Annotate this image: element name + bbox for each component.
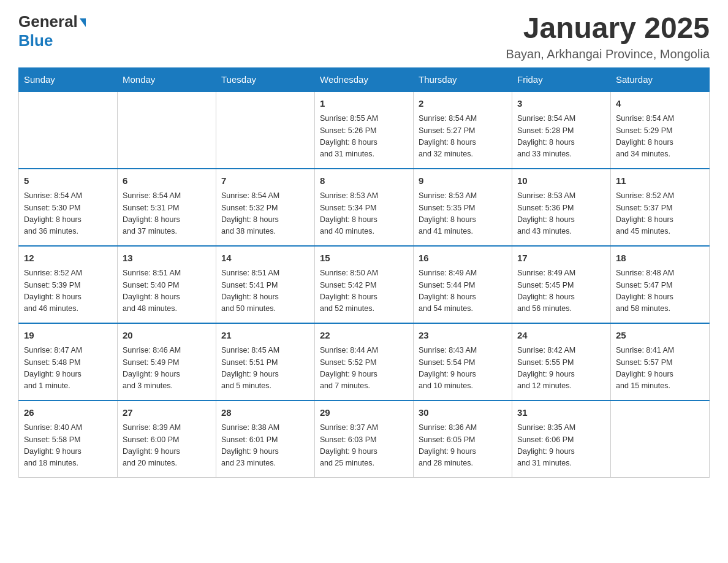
calendar-cell: 21Sunrise: 8:45 AM Sunset: 5:51 PM Dayli… bbox=[216, 323, 315, 400]
day-number: 6 bbox=[123, 174, 211, 188]
calendar-cell: 22Sunrise: 8:44 AM Sunset: 5:52 PM Dayli… bbox=[315, 323, 414, 400]
day-number: 31 bbox=[517, 406, 605, 420]
day-info: Sunrise: 8:52 AM Sunset: 5:39 PM Dayligh… bbox=[24, 267, 112, 315]
calendar-cell bbox=[118, 91, 216, 169]
calendar-cell bbox=[611, 400, 710, 478]
calendar-cell: 10Sunrise: 8:53 AM Sunset: 5:36 PM Dayli… bbox=[512, 169, 611, 246]
day-info: Sunrise: 8:37 AM Sunset: 6:03 PM Dayligh… bbox=[320, 422, 408, 470]
header-wednesday: Wednesday bbox=[315, 67, 414, 91]
day-number: 13 bbox=[123, 251, 211, 266]
day-number: 4 bbox=[616, 97, 704, 111]
calendar-cell: 27Sunrise: 8:39 AM Sunset: 6:00 PM Dayli… bbox=[118, 400, 216, 478]
calendar-cell: 4Sunrise: 8:54 AM Sunset: 5:29 PM Daylig… bbox=[611, 91, 710, 169]
day-info: Sunrise: 8:54 AM Sunset: 5:27 PM Dayligh… bbox=[419, 113, 507, 161]
calendar-cell: 15Sunrise: 8:50 AM Sunset: 5:42 PM Dayli… bbox=[315, 246, 414, 323]
day-number: 28 bbox=[221, 406, 309, 420]
day-info: Sunrise: 8:54 AM Sunset: 5:28 PM Dayligh… bbox=[517, 113, 605, 161]
calendar-cell: 9Sunrise: 8:53 AM Sunset: 5:35 PM Daylig… bbox=[414, 169, 512, 246]
day-number: 9 bbox=[419, 174, 507, 188]
day-number: 20 bbox=[123, 329, 211, 343]
logo-general: General bbox=[18, 12, 78, 31]
day-number: 21 bbox=[221, 329, 309, 343]
day-info: Sunrise: 8:52 AM Sunset: 5:37 PM Dayligh… bbox=[616, 190, 704, 238]
calendar-cell: 8Sunrise: 8:53 AM Sunset: 5:34 PM Daylig… bbox=[315, 169, 414, 246]
day-info: Sunrise: 8:54 AM Sunset: 5:29 PM Dayligh… bbox=[616, 113, 704, 161]
day-info: Sunrise: 8:50 AM Sunset: 5:42 PM Dayligh… bbox=[320, 267, 408, 315]
day-number: 14 bbox=[221, 251, 309, 266]
calendar-cell: 16Sunrise: 8:49 AM Sunset: 5:44 PM Dayli… bbox=[414, 246, 512, 323]
day-number: 22 bbox=[320, 329, 408, 343]
day-number: 24 bbox=[517, 329, 605, 343]
day-number: 19 bbox=[24, 329, 112, 343]
month-title: January 2025 bbox=[506, 12, 710, 45]
calendar-cell: 7Sunrise: 8:54 AM Sunset: 5:32 PM Daylig… bbox=[216, 169, 315, 246]
day-info: Sunrise: 8:48 AM Sunset: 5:47 PM Dayligh… bbox=[616, 267, 704, 315]
day-number: 8 bbox=[320, 174, 408, 188]
title-section: January 2025 Bayan, Arkhangai Province, … bbox=[506, 12, 710, 61]
header-tuesday: Tuesday bbox=[216, 67, 315, 91]
day-info: Sunrise: 8:43 AM Sunset: 5:54 PM Dayligh… bbox=[419, 345, 507, 393]
day-number: 12 bbox=[24, 251, 112, 266]
day-info: Sunrise: 8:53 AM Sunset: 5:36 PM Dayligh… bbox=[517, 190, 605, 238]
day-info: Sunrise: 8:38 AM Sunset: 6:01 PM Dayligh… bbox=[221, 422, 309, 470]
calendar-cell: 14Sunrise: 8:51 AM Sunset: 5:41 PM Dayli… bbox=[216, 246, 315, 323]
day-info: Sunrise: 8:54 AM Sunset: 5:31 PM Dayligh… bbox=[123, 190, 211, 238]
day-info: Sunrise: 8:54 AM Sunset: 5:32 PM Dayligh… bbox=[221, 190, 309, 238]
day-info: Sunrise: 8:40 AM Sunset: 5:58 PM Dayligh… bbox=[24, 422, 112, 470]
day-number: 25 bbox=[616, 329, 704, 343]
calendar-cell: 13Sunrise: 8:51 AM Sunset: 5:40 PM Dayli… bbox=[118, 246, 216, 323]
day-number: 27 bbox=[123, 406, 211, 420]
day-number: 30 bbox=[419, 406, 507, 420]
calendar-cell: 1Sunrise: 8:55 AM Sunset: 5:26 PM Daylig… bbox=[315, 91, 414, 169]
day-number: 1 bbox=[320, 97, 408, 111]
header-friday: Friday bbox=[512, 67, 611, 91]
header-sunday: Sunday bbox=[19, 67, 118, 91]
day-info: Sunrise: 8:53 AM Sunset: 5:35 PM Dayligh… bbox=[419, 190, 507, 238]
header-thursday: Thursday bbox=[414, 67, 512, 91]
calendar-cell: 28Sunrise: 8:38 AM Sunset: 6:01 PM Dayli… bbox=[216, 400, 315, 478]
calendar-cell: 11Sunrise: 8:52 AM Sunset: 5:37 PM Dayli… bbox=[611, 169, 710, 246]
day-info: Sunrise: 8:55 AM Sunset: 5:26 PM Dayligh… bbox=[320, 113, 408, 161]
day-number: 29 bbox=[320, 406, 408, 420]
day-info: Sunrise: 8:46 AM Sunset: 5:49 PM Dayligh… bbox=[123, 345, 211, 393]
day-number: 18 bbox=[616, 251, 704, 266]
header-saturday: Saturday bbox=[611, 67, 710, 91]
calendar-header-row: SundayMondayTuesdayWednesdayThursdayFrid… bbox=[19, 67, 710, 91]
calendar-cell: 2Sunrise: 8:54 AM Sunset: 5:27 PM Daylig… bbox=[414, 91, 512, 169]
page-header: General Blue January 2025 Bayan, Arkhang… bbox=[18, 12, 710, 61]
header-monday: Monday bbox=[118, 67, 216, 91]
day-info: Sunrise: 8:51 AM Sunset: 5:41 PM Dayligh… bbox=[221, 267, 309, 315]
day-info: Sunrise: 8:36 AM Sunset: 6:05 PM Dayligh… bbox=[419, 422, 507, 470]
calendar-week-3: 12Sunrise: 8:52 AM Sunset: 5:39 PM Dayli… bbox=[19, 246, 710, 323]
day-info: Sunrise: 8:53 AM Sunset: 5:34 PM Dayligh… bbox=[320, 190, 408, 238]
day-number: 5 bbox=[24, 174, 112, 188]
calendar-table: SundayMondayTuesdayWednesdayThursdayFrid… bbox=[18, 67, 710, 478]
day-number: 26 bbox=[24, 406, 112, 420]
day-info: Sunrise: 8:47 AM Sunset: 5:48 PM Dayligh… bbox=[24, 345, 112, 393]
calendar-cell: 25Sunrise: 8:41 AM Sunset: 5:57 PM Dayli… bbox=[611, 323, 710, 400]
day-number: 3 bbox=[517, 97, 605, 111]
day-info: Sunrise: 8:49 AM Sunset: 5:45 PM Dayligh… bbox=[517, 267, 605, 315]
calendar-week-2: 5Sunrise: 8:54 AM Sunset: 5:30 PM Daylig… bbox=[19, 169, 710, 246]
calendar-cell: 17Sunrise: 8:49 AM Sunset: 5:45 PM Dayli… bbox=[512, 246, 611, 323]
calendar-week-1: 1Sunrise: 8:55 AM Sunset: 5:26 PM Daylig… bbox=[19, 91, 710, 169]
day-info: Sunrise: 8:42 AM Sunset: 5:55 PM Dayligh… bbox=[517, 345, 605, 393]
calendar-cell: 30Sunrise: 8:36 AM Sunset: 6:05 PM Dayli… bbox=[414, 400, 512, 478]
calendar-week-4: 19Sunrise: 8:47 AM Sunset: 5:48 PM Dayli… bbox=[19, 323, 710, 400]
day-info: Sunrise: 8:35 AM Sunset: 6:06 PM Dayligh… bbox=[517, 422, 605, 470]
calendar-week-5: 26Sunrise: 8:40 AM Sunset: 5:58 PM Dayli… bbox=[19, 400, 710, 478]
calendar-cell: 5Sunrise: 8:54 AM Sunset: 5:30 PM Daylig… bbox=[19, 169, 118, 246]
calendar-cell: 18Sunrise: 8:48 AM Sunset: 5:47 PM Dayli… bbox=[611, 246, 710, 323]
day-info: Sunrise: 8:51 AM Sunset: 5:40 PM Dayligh… bbox=[123, 267, 211, 315]
calendar-cell: 23Sunrise: 8:43 AM Sunset: 5:54 PM Dayli… bbox=[414, 323, 512, 400]
day-number: 2 bbox=[419, 97, 507, 111]
calendar-body: 1Sunrise: 8:55 AM Sunset: 5:26 PM Daylig… bbox=[19, 91, 710, 478]
day-number: 11 bbox=[616, 174, 704, 188]
calendar-cell: 12Sunrise: 8:52 AM Sunset: 5:39 PM Dayli… bbox=[19, 246, 118, 323]
day-info: Sunrise: 8:49 AM Sunset: 5:44 PM Dayligh… bbox=[419, 267, 507, 315]
calendar-cell: 19Sunrise: 8:47 AM Sunset: 5:48 PM Dayli… bbox=[19, 323, 118, 400]
calendar-cell: 3Sunrise: 8:54 AM Sunset: 5:28 PM Daylig… bbox=[512, 91, 611, 169]
calendar-cell: 24Sunrise: 8:42 AM Sunset: 5:55 PM Dayli… bbox=[512, 323, 611, 400]
day-number: 17 bbox=[517, 251, 605, 266]
day-number: 15 bbox=[320, 251, 408, 266]
